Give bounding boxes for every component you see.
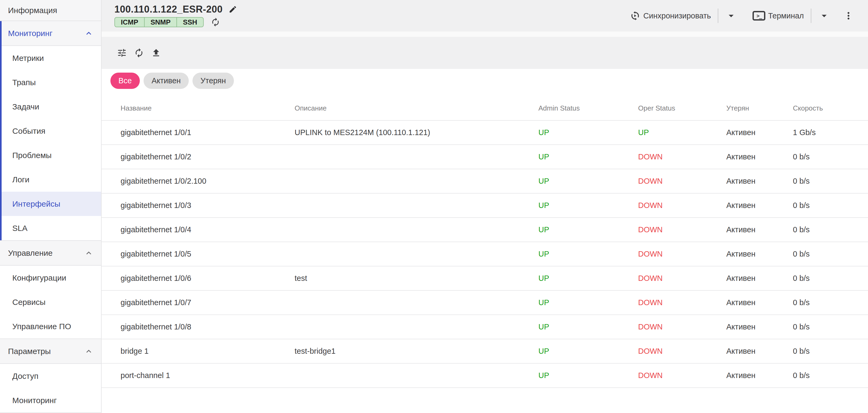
table-toolbar — [101, 37, 868, 69]
sidebar-section-parameters-header[interactable]: Параметры — [0, 339, 101, 363]
refresh-icon[interactable] — [134, 48, 144, 58]
chevron-up-icon — [84, 347, 94, 356]
sidebar-item-services[interactable]: Сервисы — [0, 290, 101, 314]
cell-description — [294, 193, 538, 217]
cell-description: test-bridge1 — [294, 339, 538, 363]
sidebar-item-configurations[interactable]: Конфигурации — [0, 266, 101, 290]
cell-admin-status: UP — [538, 315, 638, 339]
table-row[interactable]: gigabitethernet 1/0/5 UP DOWN Активен 0 … — [101, 242, 868, 266]
cell-oper-status: DOWN — [638, 363, 726, 388]
filter-chips: Все Активен Утерян — [111, 73, 868, 89]
cell-oper-status: DOWN — [638, 193, 726, 217]
badge-ssh: SSH — [177, 17, 204, 27]
cell-name: bridge 1 — [101, 339, 294, 363]
cell-description — [294, 242, 538, 266]
sidebar-item-tasks[interactable]: Задачи — [2, 95, 101, 119]
cell-speed: 0 b/s — [793, 266, 868, 290]
device-header-left: 100.110.1.122_ESR-200 ICMP SNMP SSH — [115, 0, 237, 32]
badge-icmp: ICMP — [115, 17, 145, 27]
sync-button-label: Синхронизировать — [644, 11, 711, 20]
device-header: 100.110.1.122_ESR-200 ICMP SNMP SSH — [101, 0, 868, 32]
upload-icon[interactable] — [151, 48, 161, 58]
col-header-lost: Утерян — [726, 96, 793, 121]
cell-oper-status: DOWN — [638, 290, 726, 315]
sidebar-section-label: Параметры — [8, 347, 51, 356]
sidebar-item-label: Мониторинг — [12, 396, 57, 405]
sidebar-item-label: Управление ПО — [12, 322, 71, 331]
cell-oper-status: UP — [638, 121, 726, 145]
cell-admin-status: UP — [538, 290, 638, 315]
table-row[interactable]: bridge 1 test-bridge1 UP DOWN Активен 0 … — [101, 339, 868, 363]
sidebar-section-monitoring-header[interactable]: Мониторинг — [2, 21, 101, 45]
cell-oper-status: DOWN — [638, 169, 726, 193]
sidebar-item-interfaces[interactable]: Интерфейсы — [2, 192, 101, 216]
cell-description — [294, 217, 538, 242]
cell-admin-status: UP — [538, 339, 638, 363]
interfaces-table: Название Описание Admin Status Oper Stat… — [101, 96, 868, 388]
sidebar-item-events[interactable]: События — [2, 119, 101, 143]
cell-lost: Активен — [726, 193, 793, 217]
table-row[interactable]: gigabitethernet 1/0/7 UP DOWN Активен 0 … — [101, 290, 868, 315]
filter-chip-lost[interactable]: Утерян — [192, 73, 234, 89]
cell-admin-status: UP — [538, 169, 638, 193]
sidebar-section-parameters: Параметры Доступ Мониторинг — [0, 339, 101, 412]
terminal-button[interactable]: >_ Терминал — [752, 11, 804, 21]
cell-lost: Активен — [726, 339, 793, 363]
sidebar-section-label: Мониторинг — [8, 29, 52, 38]
cell-speed: 0 b/s — [793, 145, 868, 169]
cell-description — [294, 145, 538, 169]
header-gap — [101, 32, 868, 37]
cell-lost: Активен — [726, 242, 793, 266]
cell-speed: 0 b/s — [793, 193, 868, 217]
sidebar-item-label: Трапы — [12, 78, 36, 87]
cell-name: gigabitethernet 1/0/3 — [101, 193, 294, 217]
chevron-up-icon — [84, 248, 94, 258]
filter-chip-active[interactable]: Активен — [144, 73, 189, 89]
cell-description — [294, 290, 538, 315]
table-row[interactable]: gigabitethernet 1/0/8 UP DOWN Активен 0 … — [101, 315, 868, 339]
sidebar-item-monitoring-params[interactable]: Мониторинг — [0, 388, 101, 412]
sync-button[interactable]: Синхронизировать — [629, 10, 711, 21]
col-header-oper-status: Oper Status — [638, 96, 726, 121]
sidebar-item-information[interactable]: Информация — [0, 0, 101, 21]
sidebar-item-access[interactable]: Доступ — [0, 364, 101, 388]
edit-title-icon[interactable] — [228, 5, 237, 13]
cell-name: gigabitethernet 1/0/2.100 — [101, 169, 294, 193]
table-row[interactable]: port-channel 1 UP DOWN Активен 0 b/s — [101, 363, 868, 388]
sync-icon — [629, 10, 641, 21]
cell-description: UPLINK to MES2124M (100.110.1.121) — [294, 121, 538, 145]
sidebar-item-logs[interactable]: Логи — [2, 167, 101, 192]
table-row[interactable]: gigabitethernet 1/0/1 UPLINK to MES2124M… — [101, 121, 868, 145]
cell-speed: 0 b/s — [793, 363, 868, 388]
sidebar-item-problems[interactable]: Проблемы — [2, 143, 101, 167]
page-title: 100.110.1.122_ESR-200 — [115, 4, 223, 15]
table-row[interactable]: gigabitethernet 1/0/2.100 UP DOWN Активе… — [101, 169, 868, 193]
sidebar-section-monitoring: Мониторинг Метрики Трапы Задачи События … — [0, 21, 101, 240]
sidebar-item-software-management[interactable]: Управление ПО — [0, 314, 101, 339]
col-header-description: Описание — [294, 96, 538, 121]
sync-dropdown-caret[interactable] — [725, 10, 737, 22]
cell-oper-status: DOWN — [638, 217, 726, 242]
refresh-protocols-icon[interactable] — [211, 18, 220, 27]
terminal-dropdown-caret[interactable] — [818, 10, 830, 22]
sidebar-item-traps[interactable]: Трапы — [2, 70, 101, 95]
table-row[interactable]: gigabitethernet 1/0/6 test UP DOWN Актив… — [101, 266, 868, 290]
cell-speed: 0 b/s — [793, 339, 868, 363]
cell-oper-status: DOWN — [638, 315, 726, 339]
cell-speed: 0 b/s — [793, 169, 868, 193]
sidebar-item-sla[interactable]: SLA — [2, 216, 101, 240]
terminal-button-label: Терминал — [768, 11, 804, 20]
table-row[interactable]: gigabitethernet 1/0/2 UP DOWN Активен 0 … — [101, 145, 868, 169]
cell-oper-status: DOWN — [638, 242, 726, 266]
sidebar-item-label: SLA — [12, 224, 28, 233]
content-area: Все Активен Утерян Название Описание Adm… — [101, 69, 868, 413]
sidebar-section-management-header[interactable]: Управление — [0, 241, 101, 265]
tune-icon[interactable] — [117, 48, 127, 58]
table-row[interactable]: gigabitethernet 1/0/3 UP DOWN Активен 0 … — [101, 193, 868, 217]
sidebar-item-metrics[interactable]: Метрики — [2, 46, 101, 70]
cell-lost: Активен — [726, 290, 793, 315]
filter-chip-all[interactable]: Все — [111, 73, 140, 89]
table-row[interactable]: gigabitethernet 1/0/4 UP DOWN Активен 0 … — [101, 217, 868, 242]
more-actions-kebab-icon[interactable] — [843, 10, 854, 21]
cell-admin-status: UP — [538, 363, 638, 388]
